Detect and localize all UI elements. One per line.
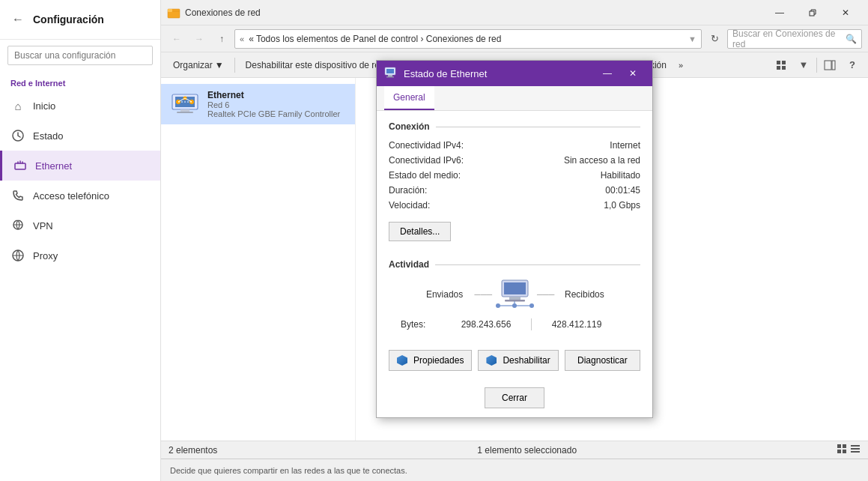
sent-line: ─── [475, 290, 492, 299]
media-label: Estado del medio: [389, 170, 461, 181]
svg-rect-31 [388, 75, 392, 76]
back-button[interactable]: ← [7, 9, 28, 30]
sidebar-item-label: Inicio [33, 100, 55, 112]
sidebar-item-vpn[interactable]: VPN [0, 211, 160, 240]
taskbar-hint-text: Decide que quieres compartir en las rede… [170, 466, 407, 475]
vpn-icon [10, 218, 25, 233]
network-activity-icon [492, 277, 537, 311]
diagnose-label: Diagnosticar [577, 355, 628, 366]
taskbar-hint: Decide que quieres compartir en las rede… [161, 459, 868, 481]
diagnose-button[interactable]: Diagnosticar [565, 350, 640, 371]
home-icon: ⌂ [10, 98, 25, 113]
settings-title: Configuración [33, 13, 104, 25]
properties-button[interactable]: Propiedades [389, 350, 472, 371]
sidebar-item-label: Estado [33, 130, 63, 142]
duration-row: Duración: 00:01:45 [389, 183, 640, 198]
section-label: Red e Internet [0, 71, 160, 91]
modal-title-icon [384, 67, 398, 80]
sidebar-item-label: Ethernet [35, 160, 72, 172]
ipv4-value: Internet [610, 140, 640, 151]
activity-visual: Enviados ─── [389, 277, 640, 311]
media-value: Habilitado [601, 170, 640, 181]
connection-section-title: Conexión [389, 121, 640, 132]
svg-rect-34 [504, 282, 526, 294]
svg-rect-32 [386, 76, 394, 78]
sidebar-item-estado[interactable]: Estado [0, 121, 160, 151]
close-dialog-button[interactable]: Cerrar [485, 387, 544, 408]
sidebar-item-label: Acceso telefónico [33, 190, 109, 202]
modal-titlebar-controls: — ✕ [595, 64, 645, 82]
details-button[interactable]: Detalles... [389, 222, 451, 241]
ipv6-value: Sin acceso a la red [564, 155, 640, 166]
tab-general[interactable]: General [384, 86, 434, 110]
proxy-icon [10, 248, 25, 263]
right-area: Conexiones de red — ✕ ← → ↑ « « Todos lo… [161, 0, 868, 481]
ethernet-icon [13, 158, 28, 173]
phone-icon [10, 188, 25, 203]
svg-rect-35 [509, 297, 521, 300]
speed-row: Velocidad: 1,0 Gbps [389, 198, 640, 213]
bytes-sent: 298.243.656 [449, 319, 523, 330]
modal-body: Conexión Conectividad IPv4: Internet Con… [377, 111, 652, 341]
ipv6-row: Conectividad IPv6: Sin acceso a la red [389, 153, 640, 168]
received-label: Recibidos [554, 289, 614, 300]
close-button-container: Cerrar [377, 387, 652, 417]
duration-label: Duración: [389, 185, 427, 196]
svg-rect-30 [386, 69, 394, 73]
bytes-label: Bytes: [389, 319, 449, 330]
settings-header: ← Configuración [0, 0, 160, 40]
disable-label: Deshabilitar [503, 355, 550, 366]
modal-overlay: Estado de Ethernet — ✕ General Conexión … [161, 0, 868, 481]
modal-footer-buttons: Propiedades Deshabilitar Diagnosticar [377, 341, 652, 381]
disable-shield-icon [486, 355, 497, 366]
received-line: ─── [537, 290, 554, 299]
settings-panel: ← Configuración Red e Internet ⌂ Inicio … [0, 0, 161, 481]
sidebar-item-ethernet[interactable]: Ethernet [0, 151, 160, 181]
sent-label: Enviados [415, 289, 475, 300]
status-icon [10, 128, 25, 143]
bytes-row: Bytes: 298.243.656 428.412.119 [389, 318, 640, 330]
ipv4-label: Conectividad IPv4: [389, 140, 464, 151]
modal-tabs: General [377, 86, 652, 111]
bytes-divider [531, 318, 532, 330]
bytes-received: 428.412.119 [539, 319, 614, 330]
settings-search-input[interactable] [7, 46, 153, 65]
sidebar-item-inicio[interactable]: ⌂ Inicio [0, 91, 160, 121]
speed-label: Velocidad: [389, 200, 430, 211]
sidebar-item-label: Proxy [33, 250, 58, 261]
modal-titlebar: Estado de Ethernet — ✕ [377, 61, 652, 86]
sidebar-item-acceso[interactable]: Acceso telefónico [0, 181, 160, 211]
ethernet-status-dialog: Estado de Ethernet — ✕ General Conexión … [376, 60, 653, 418]
properties-label: Propiedades [413, 355, 464, 366]
properties-shield-icon [397, 355, 407, 366]
modal-minimize-button[interactable]: — [595, 64, 619, 82]
activity-section-title: Actividad [389, 259, 640, 270]
sidebar-item-label: VPN [33, 220, 53, 232]
duration-value: 00:01:45 [605, 185, 640, 196]
ipv6-label: Conectividad IPv6: [389, 155, 464, 166]
sidebar-item-proxy[interactable]: Proxy [0, 240, 160, 270]
modal-close-button[interactable]: ✕ [621, 64, 645, 82]
modal-title: Estado de Ethernet [404, 68, 595, 79]
disable-button[interactable]: Deshabilitar [478, 350, 558, 371]
svg-rect-1 [15, 163, 25, 169]
media-state-row: Estado del medio: Habilitado [389, 168, 640, 183]
ipv4-row: Conectividad IPv4: Internet [389, 138, 640, 153]
speed-value: 1,0 Gbps [604, 200, 640, 211]
